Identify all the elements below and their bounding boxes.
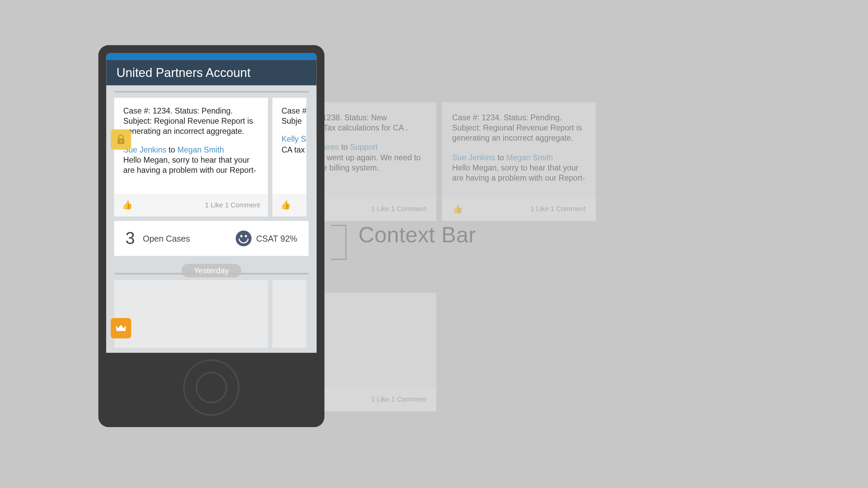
thumbs-up-icon[interactable]: 👍: [452, 204, 463, 214]
lock-icon: [111, 129, 131, 150]
to-word: to: [497, 153, 504, 162]
from-link[interactable]: Kelly S: [281, 135, 306, 144]
case-line: Case #: [281, 106, 306, 115]
msg-body: Hello Megan, sorry to hear that your are…: [452, 163, 585, 182]
bg-card-right: Case #: 1234. Status: Pending. Subject: …: [442, 102, 596, 221]
date-separator: Yesterday: [181, 264, 241, 277]
subject-line: Subject: Regional Revenue Report is gene…: [123, 117, 253, 136]
to-link[interactable]: Megan Smith: [506, 153, 553, 162]
msg-body: CA tax adjust: [281, 145, 306, 154]
case-line: Case #: 1234. Status: Pending.: [452, 113, 562, 122]
thumbs-up-icon[interactable]: 👍: [280, 200, 291, 210]
thumbs-up-icon[interactable]: 👍: [122, 200, 133, 210]
summary-bar: 3 Open Cases CSAT 92%: [114, 221, 309, 256]
subject-line: Subject: Regional Revenue Report is gene…: [452, 123, 582, 143]
to-link[interactable]: Megan Smith: [177, 145, 224, 154]
card-footer-text: 1 Like 1 Comment: [371, 395, 426, 403]
case-card-peek[interactable]: Case # Subje Kelly S CA tax adjust 👍: [272, 98, 306, 216]
crown-icon: [111, 318, 131, 339]
card-footer-text: 1 Like 1 Comment: [205, 201, 260, 209]
card-footer-text: 1 Like 1 Comment: [531, 205, 586, 213]
case-card-empty[interactable]: [114, 280, 268, 348]
subject-line: Subje: [281, 117, 302, 126]
case-card[interactable]: Case #: 1234. Status: Pending. Subject: …: [114, 98, 268, 216]
device-screen: United Partners Account Case #: 1234. St…: [106, 53, 316, 353]
context-bar-label: Context Bar: [358, 223, 476, 247]
context-bar-bracket: [331, 225, 347, 260]
csat-label: CSAT 92%: [256, 233, 297, 243]
home-button[interactable]: [183, 359, 240, 416]
to-word: to: [169, 145, 175, 154]
open-cases-count: 3: [125, 229, 135, 248]
page-title: United Partners Account: [106, 60, 316, 85]
svg-rect-1: [120, 140, 121, 142]
section-divider: [114, 91, 309, 93]
case-line: Case #: 1234. Status: Pending.: [123, 106, 233, 115]
case-card-empty-peek[interactable]: [272, 280, 306, 348]
msg-body: Hello Megan, sorry to hear that your are…: [123, 155, 256, 175]
device-frame: United Partners Account Case #: 1234. St…: [98, 45, 324, 427]
from-link[interactable]: Sue Jenkins: [452, 153, 495, 162]
status-strip: [106, 53, 316, 60]
to-word: to: [341, 143, 348, 152]
smiley-icon: [236, 230, 252, 246]
open-cases-label: Open Cases: [143, 233, 190, 243]
card-footer-text: 1 Like 1 Comment: [371, 205, 426, 213]
to-link[interactable]: Support: [350, 143, 378, 152]
